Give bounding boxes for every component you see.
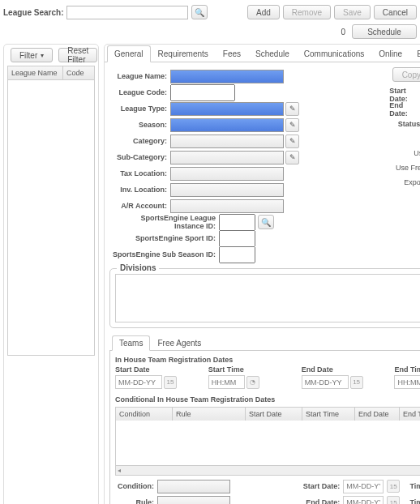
subtab-free-agents[interactable]: Free Agents bbox=[150, 335, 208, 351]
league-grid-body[interactable] bbox=[7, 80, 95, 356]
label-status: Status: bbox=[398, 120, 420, 128]
league-type-select[interactable] bbox=[170, 102, 284, 116]
cond-col-end-date[interactable]: End Date bbox=[355, 408, 400, 421]
reg-dates-header: In House Team Registration Dates bbox=[115, 356, 420, 364]
cancel-button[interactable]: Cancel bbox=[374, 5, 417, 19]
edit-sub-category-button[interactable]: ✎ bbox=[285, 151, 299, 164]
add-button[interactable]: Add bbox=[247, 5, 280, 19]
league-list-panel: Filter ▾ Reset Filter League Name Code bbox=[3, 44, 99, 504]
tab-schedule[interactable]: Schedule bbox=[248, 45, 297, 62]
tab-requirements[interactable]: Requirements bbox=[151, 45, 216, 62]
label-time2: Time: bbox=[403, 498, 420, 504]
reg-end-date-input[interactable] bbox=[302, 375, 349, 389]
chevron-down-icon: ▾ bbox=[41, 52, 44, 59]
label-rule: Rule: bbox=[115, 498, 154, 504]
inv-location-select[interactable] bbox=[170, 183, 284, 197]
tab-online[interactable]: Online bbox=[371, 45, 409, 62]
col-start-time: Start Time bbox=[208, 365, 295, 374]
condition-select[interactable] bbox=[157, 480, 230, 493]
save-button[interactable]: Save bbox=[334, 5, 371, 19]
se-subseason-input[interactable] bbox=[219, 246, 255, 263]
scroll-left-icon[interactable]: ◂ bbox=[118, 467, 121, 474]
label-category: Category: bbox=[109, 137, 170, 145]
tab-fees[interactable]: Fees bbox=[216, 45, 248, 62]
rule-select[interactable] bbox=[157, 496, 230, 505]
cond-col-start-time[interactable]: Start Time bbox=[302, 408, 355, 421]
reset-filter-button[interactable]: Reset Filter bbox=[58, 48, 97, 62]
label-ar-account: A/R Account: bbox=[109, 202, 170, 210]
binoculars-icon: 🔍 bbox=[261, 218, 271, 227]
schedule-button[interactable]: Schedule bbox=[352, 24, 417, 39]
cond-col-end-time[interactable]: End Tim bbox=[400, 408, 420, 421]
subtab-teams[interactable]: Teams bbox=[112, 335, 150, 351]
se-league-input[interactable] bbox=[219, 214, 255, 231]
filter-button[interactable]: Filter ▾ bbox=[11, 48, 53, 62]
label-season: Season: bbox=[109, 121, 170, 129]
label-team-waitlist: Use Team Waitlist: bbox=[414, 149, 420, 157]
cond-end-date-input[interactable] bbox=[343, 496, 384, 505]
season-select[interactable] bbox=[170, 118, 284, 132]
league-search-input[interactable] bbox=[66, 6, 188, 19]
edit-season-button[interactable]: ✎ bbox=[285, 118, 299, 132]
conditional-scrollbar[interactable]: ◂▸ bbox=[116, 465, 420, 475]
label-export-ps: Export to Pointstreak: bbox=[404, 178, 420, 186]
league-name-field[interactable] bbox=[170, 70, 284, 83]
label-league-type: League Type: bbox=[109, 105, 170, 113]
label-se-sport: SportsEngine Sport ID: bbox=[109, 234, 219, 242]
label-league-name: League Name: bbox=[109, 72, 170, 80]
remove-button[interactable]: Remove bbox=[283, 5, 331, 19]
col-start-date: Start Date bbox=[115, 365, 202, 374]
divisions-list[interactable] bbox=[115, 274, 420, 322]
col-end-date: End Date bbox=[302, 365, 388, 374]
category-select[interactable] bbox=[170, 135, 284, 148]
calendar-icon[interactable]: 15 bbox=[164, 376, 177, 389]
label-cond-start-date: Start Date: bbox=[295, 482, 340, 490]
label-end-date: End Date: bbox=[389, 101, 420, 117]
label-sub-category: Sub-Category: bbox=[109, 153, 170, 161]
copy-from-existing-button[interactable]: Copy From Existing bbox=[392, 67, 420, 82]
cond-start-date-input[interactable] bbox=[343, 480, 384, 493]
conditional-body[interactable] bbox=[116, 421, 420, 465]
se-lookup-button[interactable]: 🔍 bbox=[258, 215, 274, 229]
calendar-icon[interactable]: 15 bbox=[387, 496, 400, 504]
sub-category-select[interactable] bbox=[170, 151, 284, 164]
divisions-legend: Divisions bbox=[117, 263, 159, 272]
binoculars-icon: 🔍 bbox=[195, 8, 204, 17]
league-grid-header: League Name Code bbox=[7, 66, 95, 80]
divisions-fieldset: Divisions Edit bbox=[109, 268, 420, 328]
cond-col-start-date[interactable]: Start Date bbox=[246, 408, 302, 421]
main-tabs: General Requirements Fees Schedule Commu… bbox=[105, 45, 420, 62]
label-cond-end-date: End Date: bbox=[295, 498, 340, 504]
col-code[interactable]: Code bbox=[63, 66, 94, 79]
col-league-name[interactable]: League Name bbox=[8, 66, 63, 79]
tab-enrollees[interactable]: Enrollees bbox=[409, 45, 420, 62]
label-inv-location: Inv. Location: bbox=[109, 186, 170, 194]
calendar-icon[interactable]: 15 bbox=[387, 480, 400, 493]
reg-start-time-input[interactable] bbox=[208, 375, 245, 389]
label-start-date: Start Date: bbox=[389, 87, 420, 103]
league-code-input[interactable] bbox=[170, 84, 235, 101]
cond-reg-header: Conditional In House Team Registration D… bbox=[115, 395, 420, 404]
record-count: 0 bbox=[341, 28, 345, 36]
edit-category-button[interactable]: ✎ bbox=[285, 135, 299, 148]
reg-start-date-input[interactable] bbox=[115, 375, 162, 389]
calendar-icon[interactable]: 15 bbox=[350, 376, 363, 389]
ar-account-select[interactable] bbox=[170, 199, 284, 213]
reg-end-time-input[interactable] bbox=[394, 375, 420, 389]
conditional-table: Condition Rule Start Date Start Time End… bbox=[115, 407, 420, 476]
cond-col-condition[interactable]: Condition bbox=[116, 408, 173, 421]
edit-league-type-button[interactable]: ✎ bbox=[285, 102, 299, 116]
label-fa-waitlist: Use Free Agent Waitlist: bbox=[396, 164, 420, 172]
tax-location-select[interactable] bbox=[170, 167, 284, 181]
tab-general[interactable]: General bbox=[107, 45, 151, 62]
sub-tabs: Teams Free Agents bbox=[109, 335, 420, 351]
league-search-label: League Search: bbox=[3, 8, 63, 17]
clock-icon[interactable]: ◔ bbox=[246, 376, 259, 389]
col-end-time: End Time bbox=[394, 365, 420, 374]
tab-communications[interactable]: Communications bbox=[297, 45, 371, 62]
cond-col-rule[interactable]: Rule bbox=[173, 408, 246, 421]
label-league-code: League Code: bbox=[109, 88, 170, 96]
se-sport-input[interactable] bbox=[219, 230, 255, 247]
label-se-subseason: SportsEngine Sub Season ID: bbox=[109, 250, 219, 258]
search-button[interactable]: 🔍 bbox=[191, 5, 208, 19]
